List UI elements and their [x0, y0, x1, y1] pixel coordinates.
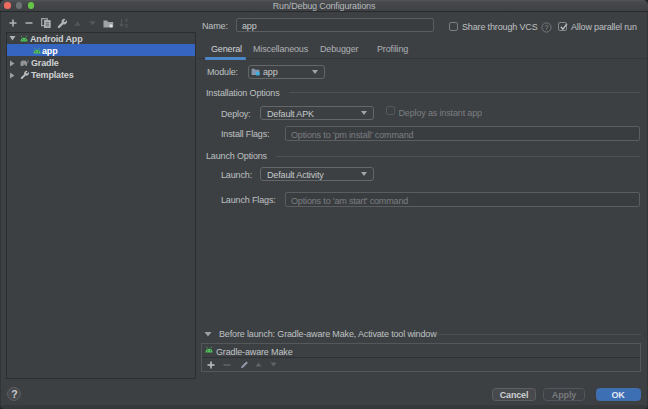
svg-text:?: ?: [545, 23, 549, 32]
